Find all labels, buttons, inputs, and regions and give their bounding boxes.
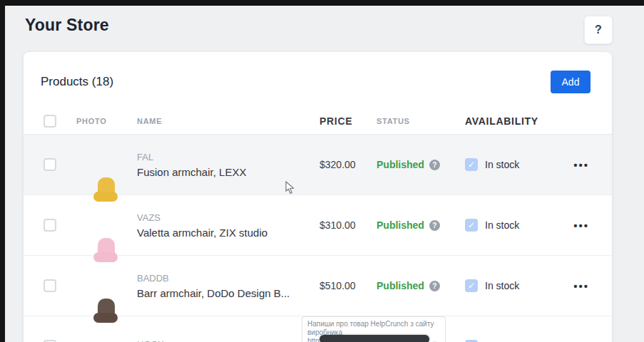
help-button[interactable]: ? (584, 16, 613, 44)
product-sku: VAZS (137, 212, 320, 223)
product-sku: BADDB (137, 273, 320, 284)
row-checkbox[interactable] (44, 158, 56, 171)
availability-label: In stock (485, 280, 519, 291)
in-stock-checkbox[interactable]: ✓ (465, 219, 478, 232)
product-name: Barr armchair, DoDo Design B... (137, 287, 320, 299)
product-sku: FAL (137, 152, 320, 162)
select-all-checkbox[interactable] (44, 115, 56, 128)
products-card: Products (18) Add PHOTO NAME PRICE STATU… (24, 52, 612, 342)
product-price: $310.00 (320, 219, 377, 231)
status-help-icon[interactable]: ? (429, 220, 440, 231)
video-scrubber-bar[interactable] (320, 335, 429, 342)
row-menu-button[interactable]: ••• (573, 159, 598, 171)
table-row[interactable]: BADDB Barr armchair, DoDo Design B... $5… (24, 256, 612, 316)
column-header-status: STATUS (377, 117, 465, 125)
in-stock-checkbox[interactable]: ✓ (465, 158, 478, 171)
column-header-availability: AVAILABILITY (465, 115, 558, 127)
row-checkbox[interactable] (44, 219, 56, 232)
status-badge: Published (377, 280, 424, 291)
row-checkbox[interactable] (44, 279, 56, 292)
status-badge: Published (377, 219, 424, 231)
status-help-icon[interactable]: ? (429, 281, 440, 291)
letterbox-top-edge (0, 0, 644, 6)
products-card-header: Products (18) Add (24, 52, 612, 108)
column-header-name: NAME (137, 117, 320, 125)
product-name: Fusion armchair, LEXX (137, 166, 320, 178)
letterbox-left-edge (0, 0, 5, 342)
row-menu-button[interactable]: ••• (573, 219, 598, 232)
in-stock-checkbox[interactable]: ✓ (465, 279, 478, 292)
mouse-cursor (285, 181, 295, 195)
table-row[interactable]: FAL Fusion armchair, LEXX $320.00 Publis… (24, 135, 612, 195)
availability-label: In stock (485, 159, 519, 170)
column-header-price: PRICE (320, 115, 377, 127)
page-header: Your Store ? (5, 6, 644, 44)
column-header-photo: PHOTO (76, 117, 137, 125)
store-admin-page: Your Store ? Products (18) Add PHOTO NAM… (5, 6, 644, 342)
availability-label: In stock (485, 219, 519, 231)
status-help-icon[interactable]: ? (429, 160, 440, 170)
product-sku: UGCX (137, 339, 320, 342)
product-price: $320.00 (320, 159, 377, 170)
table-header-row: PHOTO NAME PRICE STATUS AVAILABILITY (24, 108, 612, 135)
table-row[interactable]: VAZS Valetta armchair, ZIX studio $310.0… (24, 195, 612, 256)
page-title: Your Store (25, 16, 109, 35)
products-heading: Products (18) (41, 75, 113, 89)
add-product-button[interactable]: Add (551, 71, 591, 93)
product-price: $510.00 (320, 280, 377, 291)
product-name: Valetta armchair, ZIX studio (137, 227, 320, 239)
status-badge: Published (377, 159, 424, 170)
row-menu-button[interactable]: ••• (573, 280, 598, 292)
